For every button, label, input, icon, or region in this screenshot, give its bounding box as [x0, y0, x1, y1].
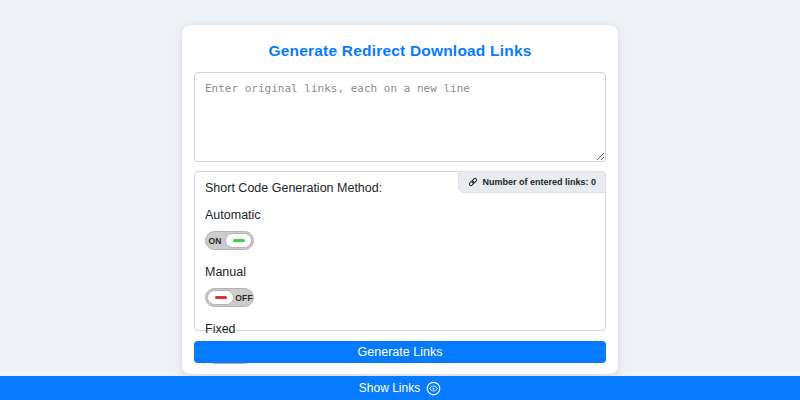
toggle-knob — [225, 233, 252, 248]
generator-card: Generate Redirect Download Links Short C… — [182, 25, 618, 374]
method-section: Short Code Generation Method: Number of … — [194, 171, 606, 331]
option-label-manual: Manual — [205, 265, 595, 279]
show-links-bar[interactable]: Show Links — [0, 376, 800, 400]
page-title: Generate Redirect Download Links — [182, 42, 618, 60]
toggle-dash — [233, 239, 245, 242]
toggle-state-label: ON — [206, 236, 224, 246]
show-links-label: Show Links — [359, 381, 420, 395]
generate-links-button[interactable]: Generate Links — [194, 341, 606, 363]
toggle-state-label: OFF — [235, 293, 253, 303]
option-label-fixed: Fixed — [205, 322, 595, 336]
link-icon — [468, 177, 478, 187]
manual-toggle[interactable]: OFF — [205, 288, 254, 307]
count-badge-text: Number of entered links: 0 — [482, 178, 596, 187]
automatic-toggle[interactable]: ON — [205, 231, 254, 250]
entered-links-count-badge: Number of entered links: 0 — [458, 171, 606, 193]
toggle-dash — [215, 296, 227, 299]
eye-icon — [426, 381, 441, 396]
original-links-input[interactable] — [194, 72, 606, 162]
toggle-knob — [207, 290, 234, 305]
option-label-automatic: Automatic — [205, 208, 595, 222]
